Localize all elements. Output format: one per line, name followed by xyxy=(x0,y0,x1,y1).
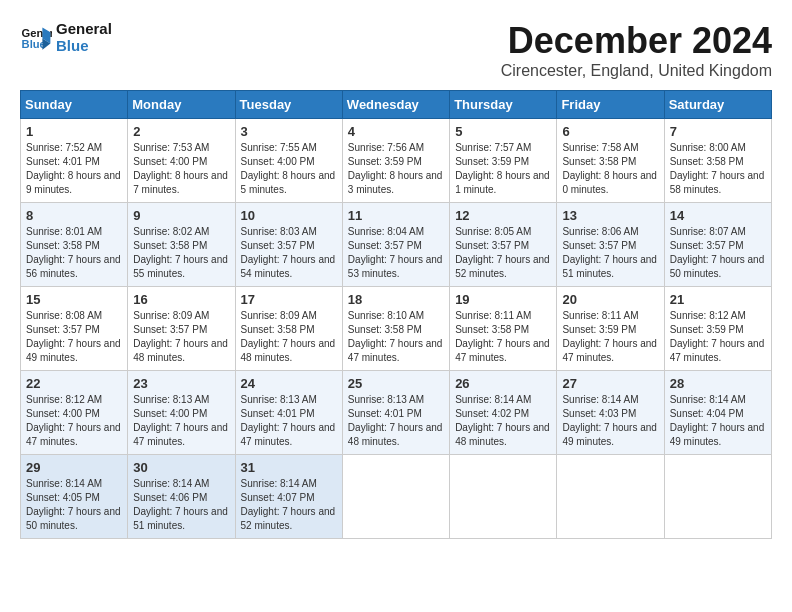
calendar-cell: 16 Sunrise: 8:09 AM Sunset: 3:57 PM Dayl… xyxy=(128,287,235,371)
sunset-time: Sunset: 3:58 PM xyxy=(241,324,315,335)
calendar-header: Sunday Monday Tuesday Wednesday Thursday… xyxy=(21,91,772,119)
weekday-header-row: Sunday Monday Tuesday Wednesday Thursday… xyxy=(21,91,772,119)
day-info: Sunrise: 8:13 AM Sunset: 4:00 PM Dayligh… xyxy=(133,393,229,449)
day-info: Sunrise: 8:02 AM Sunset: 3:58 PM Dayligh… xyxy=(133,225,229,281)
sunrise-time: Sunrise: 8:09 AM xyxy=(241,310,317,321)
sunset-time: Sunset: 3:59 PM xyxy=(670,324,744,335)
day-info: Sunrise: 8:14 AM Sunset: 4:06 PM Dayligh… xyxy=(133,477,229,533)
calendar-cell xyxy=(342,455,449,539)
sunset-time: Sunset: 4:01 PM xyxy=(26,156,100,167)
calendar-cell: 3 Sunrise: 7:55 AM Sunset: 4:00 PM Dayli… xyxy=(235,119,342,203)
calendar-cell xyxy=(450,455,557,539)
day-number: 29 xyxy=(26,460,122,475)
sunset-time: Sunset: 4:00 PM xyxy=(26,408,100,419)
day-number: 4 xyxy=(348,124,444,139)
logo: General Blue GeneralBlue xyxy=(20,20,112,54)
calendar-cell: 4 Sunrise: 7:56 AM Sunset: 3:59 PM Dayli… xyxy=(342,119,449,203)
sunrise-time: Sunrise: 8:14 AM xyxy=(133,478,209,489)
sunset-time: Sunset: 3:59 PM xyxy=(562,324,636,335)
daylight-hours: Daylight: 7 hours and 52 minutes. xyxy=(241,506,336,531)
daylight-hours: Daylight: 7 hours and 55 minutes. xyxy=(133,254,228,279)
day-number: 5 xyxy=(455,124,551,139)
daylight-hours: Daylight: 7 hours and 54 minutes. xyxy=(241,254,336,279)
calendar-cell xyxy=(557,455,664,539)
daylight-hours: Daylight: 8 hours and 3 minutes. xyxy=(348,170,443,195)
day-number: 28 xyxy=(670,376,766,391)
day-number: 13 xyxy=(562,208,658,223)
daylight-hours: Daylight: 7 hours and 49 minutes. xyxy=(562,422,657,447)
day-number: 9 xyxy=(133,208,229,223)
calendar-row: 8 Sunrise: 8:01 AM Sunset: 3:58 PM Dayli… xyxy=(21,203,772,287)
sunrise-time: Sunrise: 8:01 AM xyxy=(26,226,102,237)
calendar-cell: 1 Sunrise: 7:52 AM Sunset: 4:01 PM Dayli… xyxy=(21,119,128,203)
day-info: Sunrise: 8:14 AM Sunset: 4:07 PM Dayligh… xyxy=(241,477,337,533)
sunset-time: Sunset: 3:58 PM xyxy=(348,324,422,335)
daylight-hours: Daylight: 7 hours and 50 minutes. xyxy=(670,254,765,279)
sunrise-time: Sunrise: 8:05 AM xyxy=(455,226,531,237)
daylight-hours: Daylight: 7 hours and 48 minutes. xyxy=(348,422,443,447)
header-monday: Monday xyxy=(128,91,235,119)
sunset-time: Sunset: 3:59 PM xyxy=(455,156,529,167)
day-number: 7 xyxy=(670,124,766,139)
header-sunday: Sunday xyxy=(21,91,128,119)
calendar-cell: 19 Sunrise: 8:11 AM Sunset: 3:58 PM Dayl… xyxy=(450,287,557,371)
calendar-cell: 9 Sunrise: 8:02 AM Sunset: 3:58 PM Dayli… xyxy=(128,203,235,287)
sunset-time: Sunset: 3:57 PM xyxy=(455,240,529,251)
sunrise-time: Sunrise: 8:14 AM xyxy=(455,394,531,405)
sunset-time: Sunset: 3:57 PM xyxy=(133,324,207,335)
sunset-time: Sunset: 4:04 PM xyxy=(670,408,744,419)
header-tuesday: Tuesday xyxy=(235,91,342,119)
daylight-hours: Daylight: 8 hours and 9 minutes. xyxy=(26,170,121,195)
calendar-cell: 13 Sunrise: 8:06 AM Sunset: 3:57 PM Dayl… xyxy=(557,203,664,287)
sunrise-time: Sunrise: 8:13 AM xyxy=(241,394,317,405)
day-number: 11 xyxy=(348,208,444,223)
day-info: Sunrise: 8:00 AM Sunset: 3:58 PM Dayligh… xyxy=(670,141,766,197)
calendar-cell: 14 Sunrise: 8:07 AM Sunset: 3:57 PM Dayl… xyxy=(664,203,771,287)
calendar-body: 1 Sunrise: 7:52 AM Sunset: 4:01 PM Dayli… xyxy=(21,119,772,539)
sunrise-time: Sunrise: 8:14 AM xyxy=(670,394,746,405)
daylight-hours: Daylight: 7 hours and 47 minutes. xyxy=(348,338,443,363)
page-container: General Blue GeneralBlue December 2024 C… xyxy=(20,20,772,539)
daylight-hours: Daylight: 7 hours and 50 minutes. xyxy=(26,506,121,531)
day-number: 15 xyxy=(26,292,122,307)
calendar-table: Sunday Monday Tuesday Wednesday Thursday… xyxy=(20,90,772,539)
day-info: Sunrise: 8:08 AM Sunset: 3:57 PM Dayligh… xyxy=(26,309,122,365)
day-number: 22 xyxy=(26,376,122,391)
day-number: 23 xyxy=(133,376,229,391)
day-number: 19 xyxy=(455,292,551,307)
calendar-cell: 17 Sunrise: 8:09 AM Sunset: 3:58 PM Dayl… xyxy=(235,287,342,371)
day-number: 24 xyxy=(241,376,337,391)
day-info: Sunrise: 8:14 AM Sunset: 4:03 PM Dayligh… xyxy=(562,393,658,449)
sunrise-time: Sunrise: 8:00 AM xyxy=(670,142,746,153)
daylight-hours: Daylight: 7 hours and 56 minutes. xyxy=(26,254,121,279)
sunset-time: Sunset: 4:00 PM xyxy=(241,156,315,167)
daylight-hours: Daylight: 7 hours and 47 minutes. xyxy=(241,422,336,447)
sunrise-time: Sunrise: 8:11 AM xyxy=(562,310,638,321)
calendar-cell: 2 Sunrise: 7:53 AM Sunset: 4:00 PM Dayli… xyxy=(128,119,235,203)
daylight-hours: Daylight: 7 hours and 52 minutes. xyxy=(455,254,550,279)
sunrise-time: Sunrise: 8:10 AM xyxy=(348,310,424,321)
daylight-hours: Daylight: 7 hours and 47 minutes. xyxy=(133,422,228,447)
daylight-hours: Daylight: 7 hours and 47 minutes. xyxy=(670,338,765,363)
sunrise-time: Sunrise: 8:06 AM xyxy=(562,226,638,237)
day-number: 12 xyxy=(455,208,551,223)
sunset-time: Sunset: 3:57 PM xyxy=(562,240,636,251)
sunset-time: Sunset: 3:58 PM xyxy=(455,324,529,335)
daylight-hours: Daylight: 7 hours and 58 minutes. xyxy=(670,170,765,195)
location-title: Cirencester, England, United Kingdom xyxy=(501,62,772,80)
calendar-cell: 26 Sunrise: 8:14 AM Sunset: 4:02 PM Dayl… xyxy=(450,371,557,455)
day-info: Sunrise: 8:11 AM Sunset: 3:59 PM Dayligh… xyxy=(562,309,658,365)
daylight-hours: Daylight: 7 hours and 47 minutes. xyxy=(455,338,550,363)
title-area: December 2024 Cirencester, England, Unit… xyxy=(501,20,772,80)
sunset-time: Sunset: 3:58 PM xyxy=(26,240,100,251)
calendar-cell: 15 Sunrise: 8:08 AM Sunset: 3:57 PM Dayl… xyxy=(21,287,128,371)
logo-general: GeneralBlue xyxy=(56,20,112,54)
calendar-cell: 28 Sunrise: 8:14 AM Sunset: 4:04 PM Dayl… xyxy=(664,371,771,455)
day-info: Sunrise: 8:03 AM Sunset: 3:57 PM Dayligh… xyxy=(241,225,337,281)
daylight-hours: Daylight: 8 hours and 1 minute. xyxy=(455,170,550,195)
calendar-row: 22 Sunrise: 8:12 AM Sunset: 4:00 PM Dayl… xyxy=(21,371,772,455)
sunset-time: Sunset: 3:59 PM xyxy=(348,156,422,167)
header-area: General Blue GeneralBlue December 2024 C… xyxy=(20,20,772,80)
header-thursday: Thursday xyxy=(450,91,557,119)
sunrise-time: Sunrise: 7:58 AM xyxy=(562,142,638,153)
